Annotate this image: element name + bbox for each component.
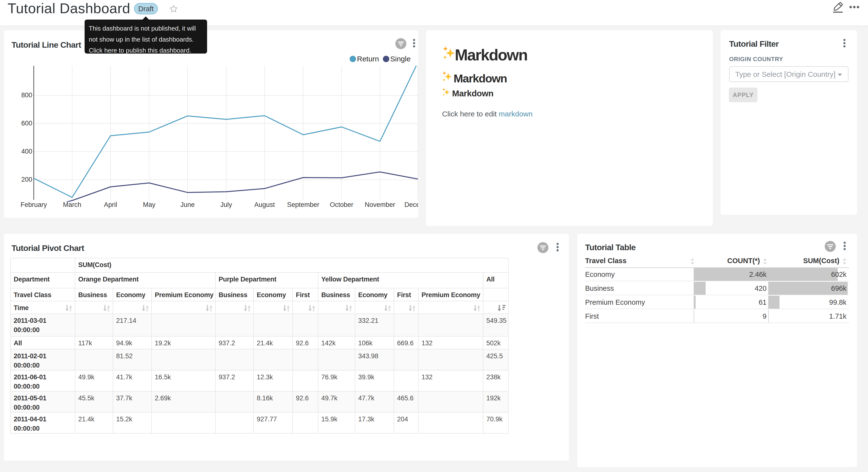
svg-text:Single: Single (390, 55, 410, 63)
svg-text:Return: Return (357, 55, 379, 63)
